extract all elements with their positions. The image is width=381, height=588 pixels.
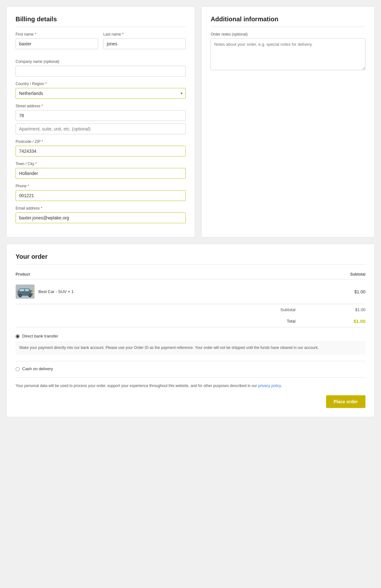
email-input[interactable] xyxy=(16,212,186,223)
first-name-label: First name * xyxy=(16,32,98,37)
email-label: Email address * xyxy=(16,206,186,210)
cash-delivery-radio[interactable] xyxy=(16,367,20,371)
subtotal-value: $1.00 xyxy=(296,304,365,316)
privacy-policy-link[interactable]: privacy policy xyxy=(258,384,281,388)
email-group: Email address * xyxy=(16,206,186,223)
cash-on-delivery-option: Cash on delivery xyxy=(16,361,365,371)
svg-rect-9 xyxy=(31,291,34,293)
notes-textarea[interactable] xyxy=(211,38,365,70)
subtotal-col-header: Subtotal xyxy=(296,270,365,279)
first-name-group: First name * xyxy=(16,32,98,49)
table-row: Best Car - SUV × 1 $1.00 xyxy=(16,279,365,304)
svg-rect-3 xyxy=(20,289,24,291)
svg-point-6 xyxy=(19,295,21,297)
street-input[interactable] xyxy=(16,110,186,121)
notes-group: Order notes (optional) xyxy=(211,32,365,70)
country-group: Country / Region * Netherlands United St… xyxy=(16,82,186,99)
phone-group: Phone * xyxy=(16,184,186,201)
direct-bank-label[interactable]: Direct bank transfer xyxy=(22,334,58,338)
svg-point-8 xyxy=(29,295,31,297)
product-price: $1.00 xyxy=(296,279,365,304)
billing-details-card: Billing details First name * Last name *… xyxy=(6,6,195,237)
city-label: Town / City * xyxy=(16,162,186,166)
place-order-row: Place order xyxy=(16,395,365,408)
direct-bank-radio[interactable] xyxy=(16,334,20,338)
country-select-wrapper: Netherlands United States United Kingdom… xyxy=(16,88,186,99)
additional-title: Additional information xyxy=(211,16,365,27)
privacy-text: Your personal data will be used to proce… xyxy=(16,378,365,389)
phone-label: Phone * xyxy=(16,184,186,188)
your-order-card: Your order Product Subtotal xyxy=(6,244,375,417)
street-label: Street address * xyxy=(16,104,186,108)
total-label: Total xyxy=(16,315,296,327)
billing-title: Billing details xyxy=(16,16,186,27)
first-name-input[interactable] xyxy=(16,38,98,49)
postcode-group: Postcode / ZIP * xyxy=(16,139,186,157)
product-col-header: Product xyxy=(16,270,296,279)
last-name-group: Last name * xyxy=(103,32,186,49)
notes-label: Order notes (optional) xyxy=(211,32,365,37)
additional-info-card: Additional information Order notes (opti… xyxy=(201,6,375,237)
country-select[interactable]: Netherlands United States United Kingdom… xyxy=(16,88,186,99)
direct-bank-option: Direct bank transfer xyxy=(16,334,365,338)
country-label: Country / Region * xyxy=(16,82,186,86)
postcode-label: Postcode / ZIP * xyxy=(16,139,186,144)
product-name: Best Car - SUV × 1 xyxy=(38,289,74,294)
svg-rect-4 xyxy=(25,289,29,291)
phone-input[interactable] xyxy=(16,190,186,201)
last-name-label: Last name * xyxy=(103,32,186,37)
company-input[interactable] xyxy=(16,66,186,77)
total-value: $1.00 xyxy=(296,315,365,327)
cash-delivery-label[interactable]: Cash on delivery xyxy=(22,366,53,371)
payment-section: Direct bank transfer Make your payment d… xyxy=(16,334,365,408)
subtotal-label: Subtotal xyxy=(16,304,296,316)
subtotal-row: Subtotal $1.00 xyxy=(16,304,365,316)
place-order-button[interactable]: Place order xyxy=(326,395,365,408)
product-cell: Best Car - SUV × 1 xyxy=(16,279,296,304)
direct-bank-description: Make your payment directly into our bank… xyxy=(16,341,365,355)
city-input[interactable] xyxy=(16,168,186,179)
street-group: Street address * xyxy=(16,104,186,134)
order-table: Product Subtotal xyxy=(16,270,365,327)
company-group: Company name (optional) xyxy=(16,59,186,77)
last-name-input[interactable] xyxy=(103,38,186,49)
apartment-input[interactable] xyxy=(16,124,186,134)
company-label: Company name (optional) xyxy=(16,59,186,64)
city-group: Town / City * xyxy=(16,162,186,179)
svg-rect-10 xyxy=(17,291,18,293)
postcode-input[interactable] xyxy=(16,146,186,157)
product-image xyxy=(16,284,35,299)
total-row: Total $1.00 xyxy=(16,315,365,327)
order-title: Your order xyxy=(16,253,365,264)
